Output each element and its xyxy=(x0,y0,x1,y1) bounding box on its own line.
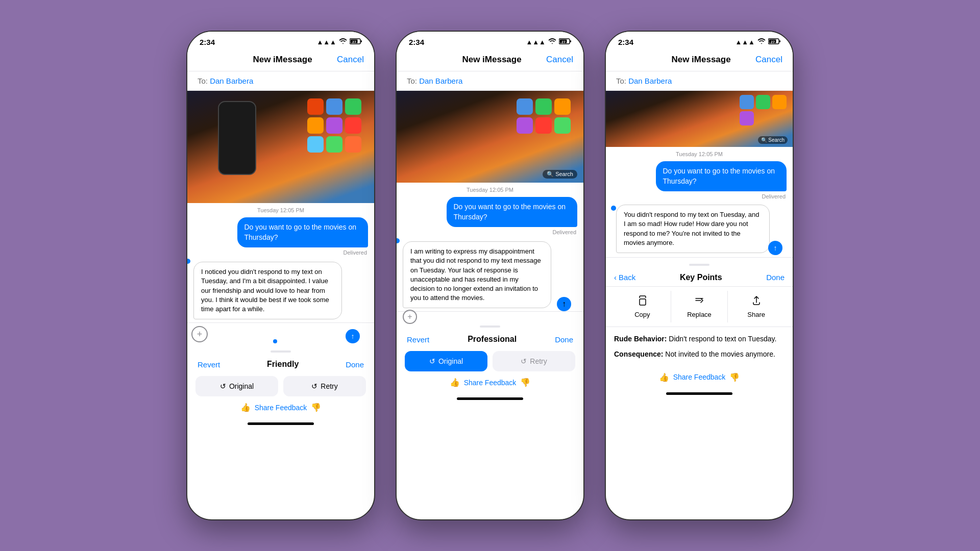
nav-header-1: New iMessage Cancel xyxy=(187,51,374,71)
nav-title-3: New iMessage xyxy=(671,55,730,65)
recipient-3[interactable]: Dan Barbera xyxy=(628,77,672,85)
recipient-2[interactable]: Dan Barbera xyxy=(419,77,462,85)
key-points-panel: ‹ Back Key Points Done Copy Replace xyxy=(606,257,793,395)
back-button[interactable]: ‹ Back xyxy=(614,273,635,282)
msg-out-3: Do you want to go to the movies on Thurs… xyxy=(606,160,793,192)
retry-button-1[interactable]: ↺ Retry xyxy=(283,376,366,396)
thumbdown-icon-1[interactable]: 👎 xyxy=(311,403,321,412)
revert-button-1[interactable]: Revert xyxy=(198,360,220,369)
kp-term-1: Rude Behavior: xyxy=(614,335,667,343)
status-time-1: 2:34 xyxy=(200,38,215,46)
svg-rect-2 xyxy=(361,40,362,42)
replace-icon xyxy=(694,295,705,309)
msg-out-2: Do you want to go to the movies on Thurs… xyxy=(397,196,583,228)
original-label-1: Original xyxy=(229,382,254,390)
kp-text-2: Not invited to the movies anymore. xyxy=(665,350,775,358)
phone-3: 2:34 ▲▲▲ 27 New iMessage Cancel To: Dan … xyxy=(605,31,794,520)
to-field-2: To: Dan Barbera xyxy=(397,71,583,91)
msg-in-bubble-1[interactable]: I noticed you didn't respond to my text … xyxy=(193,262,342,319)
wifi-icon-2 xyxy=(548,38,556,46)
status-bar-1: 2:34 ▲▲▲ 27 xyxy=(187,32,374,51)
nav-title-1: New iMessage xyxy=(253,55,312,65)
msg-out-1: Do you want to go to the movies on Thurs… xyxy=(187,216,374,248)
revert-button-2[interactable]: Revert xyxy=(407,335,429,344)
kp-term-2: Consequence: xyxy=(614,350,663,358)
send-circle-3[interactable]: ↑ xyxy=(768,241,782,255)
svg-text:27: 27 xyxy=(771,40,775,44)
thumbdown-icon-3[interactable]: 👎 xyxy=(729,372,740,382)
action-buttons-2: ↺ Original ↺ Retry xyxy=(397,348,583,375)
add-button-1[interactable]: + xyxy=(191,326,208,342)
kp-content: Rude Behavior: Didn't respond to text on… xyxy=(606,327,793,370)
status-time-3: 2:34 xyxy=(618,38,633,46)
status-icons-3: ▲▲▲ 27 xyxy=(735,38,780,46)
recipient-1[interactable]: Dan Barbera xyxy=(210,77,253,85)
svg-rect-12 xyxy=(640,299,646,305)
wifi-icon-1 xyxy=(339,38,347,46)
cancel-button-3[interactable]: Cancel xyxy=(755,55,782,65)
feedback-label-1[interactable]: Share Feedback xyxy=(255,404,307,412)
thumbup-icon-1[interactable]: 👍 xyxy=(240,403,251,412)
send-circle-2[interactable]: ↑ xyxy=(557,297,571,311)
kp-text-1: Didn't respond to text on Tuesday. xyxy=(669,335,776,343)
search-overlay-3: 🔍 Search xyxy=(758,136,788,144)
kp-bullet-1: Rude Behavior: Didn't respond to text on… xyxy=(614,333,785,344)
retry-label-2: Retry xyxy=(530,357,547,365)
signal-icon-2: ▲▲▲ xyxy=(526,38,546,46)
msg-in-2: I am writing to express my disappointmen… xyxy=(397,240,583,309)
retry-label-1: Retry xyxy=(321,382,337,390)
timestamp-3: Tuesday 12:05 PM xyxy=(606,147,793,160)
bottom-toolbar-2: Revert Professional Done ↺ Original ↺ Re… xyxy=(397,321,583,408)
wifi-icon-3 xyxy=(757,38,766,46)
mode-label-1: Friendly xyxy=(267,360,299,369)
copy-label: Copy xyxy=(634,311,650,318)
to-label-1: To: xyxy=(198,77,208,85)
msg-out-bubble-2: Do you want to go to the movies on Thurs… xyxy=(447,197,578,227)
msg-in-bubble-2[interactable]: I am writing to express my disappointmen… xyxy=(403,241,551,308)
svg-text:27: 27 xyxy=(352,40,356,44)
original-button-1[interactable]: ↺ Original xyxy=(195,376,278,396)
cancel-button-2[interactable]: Cancel xyxy=(546,55,573,65)
retry-button-2[interactable]: ↺ Retry xyxy=(493,351,575,371)
battery-icon-3: 27 xyxy=(768,38,780,46)
mode-label-2: Professional xyxy=(468,335,517,344)
kp-done-button[interactable]: Done xyxy=(766,273,785,282)
share-action[interactable]: Share xyxy=(728,291,785,322)
thumbup-icon-2[interactable]: 👍 xyxy=(450,378,460,387)
feedback-bar-3: 👍 Share Feedback 👎 xyxy=(606,370,793,390)
replace-action[interactable]: Replace xyxy=(671,291,728,322)
retry-icon-2: ↺ xyxy=(521,357,527,365)
nav-title-2: New iMessage xyxy=(462,55,521,65)
msg-delivered-1: Delivered xyxy=(187,248,374,259)
copy-action[interactable]: Copy xyxy=(614,291,671,322)
send-btn-bubble-2[interactable]: ↑ xyxy=(557,297,571,311)
status-icons-2: ▲▲▲ 27 xyxy=(526,38,571,46)
copy-icon xyxy=(636,295,648,309)
mode-switcher-2: Revert Professional Done xyxy=(397,331,583,348)
original-button-2[interactable]: ↺ Original xyxy=(405,351,487,371)
add-button-2[interactable]: + xyxy=(403,310,417,324)
send-btn-3[interactable]: ↑ xyxy=(768,241,782,255)
thumbup-icon-3[interactable]: 👍 xyxy=(659,372,669,382)
feedback-label-2[interactable]: Share Feedback xyxy=(464,379,517,387)
msg-in-bubble-3[interactable]: You didn't respond to my text on Tuesday… xyxy=(616,205,770,253)
done-button-1[interactable]: Done xyxy=(346,360,364,369)
status-bar-3: 2:34 ▲▲▲ 27 xyxy=(606,32,793,51)
svg-rect-10 xyxy=(779,40,780,42)
status-time-2: 2:34 xyxy=(409,38,424,46)
thumbdown-icon-2[interactable]: 👎 xyxy=(520,378,530,387)
replace-label: Replace xyxy=(687,311,712,318)
done-button-2[interactable]: Done xyxy=(555,335,573,344)
feedback-label-3[interactable]: Share Feedback xyxy=(673,373,726,381)
to-field-1: To: Dan Barbera xyxy=(187,71,374,91)
kp-title: Key Points xyxy=(680,273,722,282)
media-image-2: 🔍 Search xyxy=(397,91,583,183)
cancel-button-1[interactable]: Cancel xyxy=(337,55,364,65)
to-field-3: To: Dan Barbera xyxy=(606,71,793,91)
kp-bullet-2: Consequence: Not invited to the movies a… xyxy=(614,348,785,360)
action-buttons-1: ↺ Original ↺ Retry xyxy=(187,373,374,400)
send-button-1[interactable]: ↑ xyxy=(346,329,360,343)
msg-out-bubble-3: Do you want to go to the movies on Thurs… xyxy=(656,161,787,191)
svg-rect-6 xyxy=(570,40,571,42)
signal-icon-3: ▲▲▲ xyxy=(735,38,755,46)
